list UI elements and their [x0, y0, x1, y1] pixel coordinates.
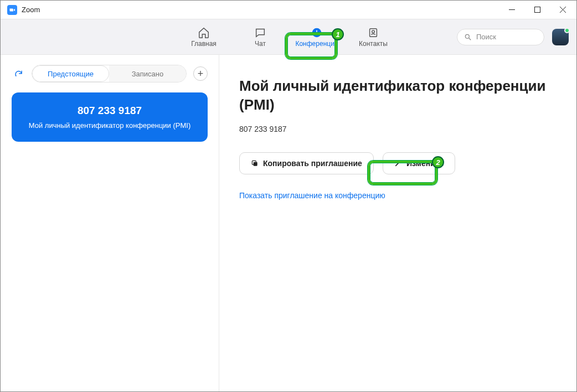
top-nav: Главная Чат Конференции Контакты Поиск — [1, 19, 576, 55]
nav-label: Конференции — [295, 40, 338, 48]
svg-rect-1 — [534, 7, 540, 13]
contacts-icon — [367, 27, 379, 39]
refresh-button[interactable] — [12, 67, 25, 80]
pmi-card-id: 807 233 9187 — [22, 105, 198, 117]
edit-button[interactable]: Изменить — [383, 152, 455, 174]
copy-icon — [251, 159, 259, 167]
zoom-logo-icon — [7, 5, 17, 15]
refresh-icon — [14, 69, 23, 79]
svg-point-7 — [465, 34, 469, 38]
chat-icon — [254, 27, 266, 39]
tab-upcoming[interactable]: Предстоящие — [32, 65, 109, 82]
nav-tabs: Главная Чат Конференции Контакты — [181, 24, 396, 50]
presence-dot-icon — [564, 28, 570, 33]
svg-rect-9 — [254, 162, 257, 166]
page-title: Мой личный идентификатор конференции (PM… — [239, 77, 557, 115]
copy-invitation-button[interactable]: Копировать приглашение — [239, 152, 374, 174]
svg-line-8 — [469, 38, 471, 40]
meetings-filter-segment: Предстоящие Записано — [32, 65, 187, 82]
window-controls — [499, 1, 575, 19]
close-button[interactable] — [550, 1, 575, 19]
app-window: Zoom Главная Чат Конференции Контакты — [0, 0, 577, 392]
nav-label: Главная — [191, 40, 217, 48]
pmi-card[interactable]: 807 233 9187 Мой личный идентификатор ко… — [12, 92, 208, 142]
body: Предстоящие Записано + 807 233 9187 Мой … — [1, 55, 576, 391]
copy-invitation-label: Копировать приглашение — [263, 159, 362, 168]
tab-recorded[interactable]: Записано — [109, 65, 186, 82]
search-placeholder: Поиск — [476, 33, 496, 41]
maximize-button[interactable] — [524, 1, 550, 19]
search-input[interactable]: Поиск — [457, 29, 544, 45]
nav-label: Контакты — [359, 40, 388, 48]
window-title: Zoom — [22, 6, 499, 14]
edit-label: Изменить — [406, 159, 444, 168]
plus-icon: + — [198, 68, 204, 80]
sidebar: Предстоящие Записано + 807 233 9187 Мой … — [1, 55, 219, 391]
pencil-icon — [394, 159, 402, 167]
clock-icon — [311, 27, 323, 39]
titlebar: Zoom — [1, 1, 576, 19]
home-icon — [198, 27, 210, 39]
minimize-button[interactable] — [499, 1, 524, 19]
pmi-number: 807 233 9187 — [239, 125, 557, 133]
nav-right: Поиск — [457, 29, 569, 45]
nav-label: Чат — [255, 40, 266, 48]
add-meeting-button[interactable]: + — [193, 66, 208, 81]
nav-contacts[interactable]: Контакты — [350, 24, 396, 50]
nav-home[interactable]: Главная — [181, 24, 227, 50]
search-icon — [464, 33, 472, 41]
nav-meetings[interactable]: Конференции — [293, 24, 340, 50]
main-pane: Мой личный идентификатор конференции (PM… — [219, 55, 576, 391]
pmi-card-sub: Мой личный идентификатор конференции (PM… — [22, 121, 198, 130]
nav-chat[interactable]: Чат — [237, 24, 284, 50]
sidebar-toolbar: Предстоящие Записано + — [12, 65, 208, 82]
svg-point-6 — [372, 30, 375, 33]
action-row: Копировать приглашение Изменить — [239, 152, 557, 174]
show-invitation-link[interactable]: Показать приглашение на конференцию — [239, 191, 557, 200]
avatar[interactable] — [552, 29, 569, 45]
